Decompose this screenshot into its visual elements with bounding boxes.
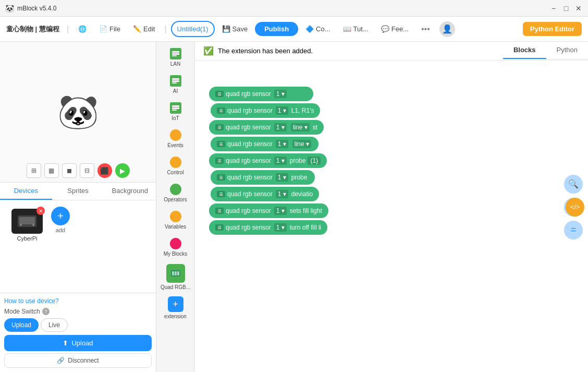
cat-ai-label: AI [173, 88, 178, 94]
cat-iot[interactable]: IoT [156, 98, 194, 125]
svg-rect-9 [172, 82, 177, 83]
more-button[interactable]: ••• [416, 21, 435, 37]
cat-control[interactable]: Control [156, 152, 194, 179]
run-button[interactable]: ▶ [115, 163, 130, 178]
globe-icon[interactable]: 🌐 [73, 22, 92, 36]
cat-extension[interactable]: + extension [156, 293, 194, 322]
block-dropdown-7[interactable]: 1 ▾ [276, 190, 288, 198]
help-icon[interactable]: ? [42, 308, 50, 315]
publish-button[interactable]: Publish [255, 22, 298, 36]
cat-ai[interactable]: AI [156, 71, 194, 98]
cat-variables[interactable]: Variables [156, 207, 194, 234]
block-arrow-3[interactable]: ◀ [200, 123, 206, 131]
save-button[interactable]: 💾 Save [217, 22, 253, 36]
myblocks-dot [170, 238, 181, 249]
device-close-button[interactable]: ✕ [36, 207, 45, 215]
cat-extension-label: extension [164, 314, 187, 319]
block-item-9[interactable]: ≡ quad rgb sensor 1 ▾ turn off fill li [209, 220, 327, 235]
mode-switch-row: Mode Switch ? [4, 308, 152, 315]
upload-mode-button[interactable]: Upload [4, 318, 39, 332]
cat-iot-label: IoT [172, 115, 179, 121]
block-item-8[interactable]: ≡ quad rgb sensor 1 ▾ sets fill light [209, 203, 328, 218]
block-row-1: ◀ ≡ quad rgb sensor 1 ▾ [200, 87, 583, 101]
quadrgb-icon [166, 264, 185, 283]
block-dropdown-4a[interactable]: 1 ▾ [276, 140, 288, 148]
tutorial-button[interactable]: 📖 Tut... [338, 22, 374, 36]
probe-value[interactable]: (1) [308, 157, 321, 165]
block-item-7[interactable]: ≡ quad rgb sensor 1 ▾ deviatio [211, 187, 319, 201]
block-item-1[interactable]: ≡ quad rgb sensor 1 ▾ [209, 87, 313, 101]
svg-rect-4 [172, 51, 179, 53]
block-item-2[interactable]: ≡ quad rgb sensor 1 ▾ L1, R1's [211, 103, 320, 118]
tab-sprites[interactable]: Sprites [52, 183, 104, 200]
code-toggle-button[interactable]: </> [566, 198, 584, 217]
upload-button[interactable]: ⬆ Upload [4, 335, 152, 351]
block-row-6: ≡ quad rgb sensor 1 ▾ probe [200, 170, 583, 185]
notification-message: The extension has been added. [218, 47, 313, 55]
layout-btn-1[interactable]: ⊞ [27, 163, 41, 178]
tab-blocks[interactable]: Blocks [503, 42, 546, 59]
close-button[interactable]: ✕ [574, 4, 583, 13]
svg-rect-16 [177, 271, 179, 275]
add-device-container: + add [51, 207, 70, 233]
svg-rect-1 [19, 217, 35, 224]
block-dropdown-4b[interactable]: line ▾ [292, 140, 311, 148]
cat-events[interactable]: Events [156, 125, 194, 152]
stop-button[interactable]: ⬛ [97, 163, 112, 178]
block-arrow-1[interactable]: ◀ [200, 90, 206, 98]
block-item-3[interactable]: ≡ quad rgb sensor 1 ▾ line ▾ st [209, 120, 324, 135]
category-panel: LAN AI IoT Events Control Operators Vari… [156, 42, 195, 372]
block-dropdown-9[interactable]: 1 ▾ [274, 223, 287, 232]
untitled-tab[interactable]: Untitled(1) [171, 21, 215, 37]
layout-btn-4[interactable]: ⊟ [80, 163, 94, 178]
sensor-icon-3: ≡ [215, 124, 224, 130]
live-mode-button[interactable]: Live [41, 318, 68, 332]
co-button[interactable]: 🔷 Co... [300, 22, 335, 36]
cat-lan[interactable]: LAN [156, 44, 194, 71]
stage-controls: ⊞ ▦ ◼ ⊟ ⬛ ▶ [27, 163, 130, 178]
tab-background[interactable]: Background [104, 183, 156, 200]
cat-operators[interactable]: Operators [156, 179, 194, 207]
block-dropdown-5[interactable]: 1 ▾ [274, 157, 287, 165]
device-cyberpi[interactable]: ✕ CyberPi [8, 209, 46, 242]
ai-icon [170, 75, 181, 87]
block-row-7: ≡ quad rgb sensor 1 ▾ deviatio [200, 187, 583, 201]
block-arrow-5[interactable]: ◀ [200, 157, 206, 165]
mode-buttons: Upload Live [4, 318, 152, 332]
svg-rect-5 [172, 53, 179, 55]
block-item-6[interactable]: ≡ quad rgb sensor 1 ▾ probe [211, 170, 315, 185]
sensor-icon-1: ≡ [215, 91, 224, 97]
edit-menu[interactable]: ✏️ Edit [128, 22, 160, 36]
menu-bar: 童心制物 | 慧编程 | 🌐 📄 File ✏️ Edit | Untitled… [0, 17, 588, 42]
code-panel: </> [562, 42, 588, 372]
block-row-9: ◀ ≡ quad rgb sensor 1 ▾ turn off fill li [200, 220, 583, 235]
cat-quadrgb[interactable]: Quad RGB... [156, 261, 194, 293]
feedback-button[interactable]: 💬 Fee... [376, 22, 414, 36]
maximize-button[interactable]: □ [562, 4, 570, 13]
disconnect-button[interactable]: 🔗 Disconnect [4, 353, 152, 368]
tab-devices[interactable]: Devices [0, 183, 52, 200]
layout-btn-3[interactable]: ◼ [62, 163, 77, 178]
avatar[interactable]: 👤 [439, 21, 455, 37]
control-dot [170, 157, 181, 168]
block-dropdown-2[interactable]: 1 ▾ [276, 106, 288, 115]
block-dropdown-6[interactable]: 1 ▾ [276, 173, 288, 182]
block-dropdown-3b[interactable]: line ▾ [291, 123, 310, 131]
block-item-5[interactable]: ≡ quad rgb sensor 1 ▾ probe (1) [209, 153, 327, 168]
python-editor-button[interactable]: Python Editor [523, 22, 582, 36]
sensor-icon-2: ≡ [217, 107, 225, 114]
block-item-4[interactable]: ≡ quad rgb sensor 1 ▾ line ▾ [211, 137, 318, 151]
cat-quadrgb-label: Quad RGB... [161, 284, 190, 290]
svg-rect-6 [172, 55, 177, 56]
layout-btn-2[interactable]: ▦ [44, 163, 59, 178]
how-to-use-link[interactable]: How to use device? [4, 297, 152, 305]
minimize-button[interactable]: − [549, 4, 558, 13]
notification-icon: ✅ [203, 46, 214, 56]
cat-myblocks[interactable]: My Blocks [156, 234, 194, 261]
file-menu[interactable]: 📄 File [94, 22, 126, 36]
block-dropdown-8[interactable]: 1 ▾ [274, 207, 287, 215]
block-dropdown-3a[interactable]: 1 ▾ [274, 123, 287, 131]
window-controls: − □ ✕ [549, 4, 583, 13]
block-dropdown-1[interactable]: 1 ▾ [274, 90, 287, 98]
add-device-button[interactable]: + [51, 207, 70, 225]
